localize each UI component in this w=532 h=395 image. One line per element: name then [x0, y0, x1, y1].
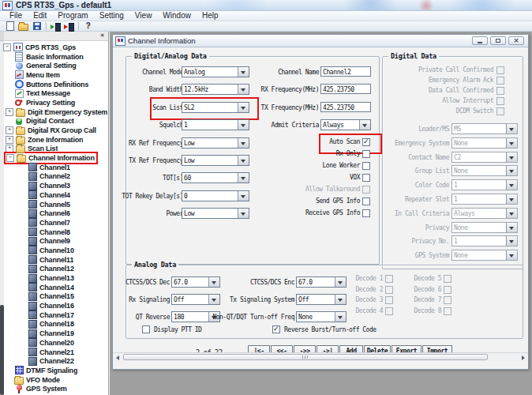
tree-item-cps-rt3s-gps[interactable]: −CPS RT3S_Gps [1, 43, 107, 52]
toolbar-write-to-radio-button[interactable] [62, 21, 76, 31]
close-button[interactable]: × [508, 36, 524, 45]
tot-rekey-delay-s-combo[interactable]: 0 [182, 190, 249, 201]
toolbar-read-from-radio-button[interactable] [49, 21, 62, 31]
tree-item-menu-item[interactable]: Menu Item [1, 70, 107, 80]
tree-item-channel4[interactable]: Channel4 [1, 190, 107, 200]
tree-item-channel10[interactable]: Channel10 [1, 246, 107, 255]
admit-criteria-combo[interactable]: Always [320, 119, 371, 130]
restore-button[interactable] [490, 36, 506, 45]
scroll-left-arrow-icon[interactable] [114, 354, 122, 361]
tree-item-channel18[interactable]: Channel18 [1, 320, 107, 329]
menu-help[interactable]: Help [197, 11, 224, 21]
tx-ref-frequency-combo[interactable]: Low [182, 155, 249, 166]
chevron-down-icon[interactable] [238, 173, 249, 182]
tree-item-channel20[interactable]: Channel20 [1, 338, 107, 348]
tx-frequency-mhz-field[interactable]: 425.23750 [320, 102, 371, 112]
chevron-down-icon[interactable] [208, 277, 219, 287]
auto-scan-checkbox[interactable] [362, 138, 370, 146]
menu-program[interactable]: Program [52, 11, 93, 21]
rx-only-checkbox[interactable] [362, 150, 370, 158]
tree-item-basic-information[interactable]: Basic Information [1, 52, 107, 62]
toolbar-open-file-button[interactable] [17, 21, 30, 31]
tree-item-channel15[interactable]: Channel15 [1, 292, 107, 302]
receive-gps-info-checkbox[interactable] [362, 209, 370, 217]
tree-item-channel12[interactable]: Channel12 [1, 265, 107, 274]
tree-item-general-setting[interactable]: General Setting [1, 61, 107, 70]
tree-item-channel16[interactable]: Channel16 [1, 301, 107, 310]
tree-item-text-message[interactable]: Text Message [1, 88, 107, 98]
tree-item-buttons-definitions[interactable]: Buttons Definitions [1, 80, 107, 89]
chevron-down-icon[interactable] [208, 295, 219, 304]
tree-item-channel6[interactable]: Channel6 [1, 209, 107, 218]
toolbar-new-file-button[interactable] [3, 21, 17, 31]
menu-view[interactable]: View [129, 11, 158, 21]
chevron-down-icon[interactable] [335, 312, 346, 322]
tree-item-channel22[interactable]: Channel22 [1, 356, 107, 366]
tree-item-channel9[interactable]: Channel9 [1, 236, 107, 246]
toolbar-save-file-button[interactable] [30, 21, 43, 31]
squelch-combo[interactable]: 1 [182, 119, 249, 130]
rx-signaling-combo[interactable]: Off [171, 294, 220, 305]
collapse-icon[interactable]: − [6, 154, 14, 162]
scrollbar-thumb[interactable] [123, 354, 488, 360]
toolbar-help-button[interactable] [81, 21, 95, 31]
tree-item-channel-information[interactable]: −Channel Information [1, 153, 107, 163]
tree-item-channel17[interactable]: Channel17 [1, 310, 107, 320]
channel-name-field[interactable]: Channel2 [320, 66, 371, 77]
tree-item-digital-contact[interactable]: Digital Contact [1, 117, 107, 126]
ctcss-dcs-enc-combo[interactable]: 67.0 [296, 276, 347, 288]
rx-ref-frequency-combo[interactable]: Low [182, 137, 249, 149]
scroll-right-arrow-icon[interactable] [519, 354, 527, 361]
chevron-down-icon[interactable] [238, 85, 249, 94]
ctcss-dcs-dec-combo[interactable]: 67.0 [171, 276, 220, 288]
chevron-down-icon[interactable] [238, 209, 249, 218]
chevron-down-icon[interactable] [238, 103, 249, 112]
chevron-down-icon[interactable] [238, 156, 249, 165]
tree-item-vfo-mode[interactable]: VFO Mode [1, 375, 107, 385]
rx-frequency-mhz-field[interactable]: 425.23750 [320, 84, 371, 94]
expand-icon[interactable]: + [6, 108, 13, 116]
tx-signaling-system-combo[interactable]: Off [296, 294, 347, 305]
tree-item-channel8[interactable]: Channel8 [1, 228, 107, 237]
tree-item-dtmf-signaling[interactable]: DTMF Signaling [1, 366, 107, 375]
scan-list-combo[interactable]: SL2 [182, 102, 249, 113]
menu-window[interactable]: Window [157, 11, 197, 21]
band-width-combo[interactable]: 12.5kHz [182, 84, 249, 95]
tree-item-channel11[interactable]: Channel11 [1, 255, 107, 265]
menu-file[interactable]: File [4, 11, 28, 21]
chevron-down-icon[interactable] [335, 295, 346, 304]
tree-item-channel14[interactable]: Channel14 [1, 283, 107, 292]
sidebar-close-icon[interactable]: × [99, 32, 106, 39]
chevron-down-icon[interactable] [238, 120, 249, 130]
chevron-down-icon[interactable] [359, 120, 370, 130]
tree-item-channel2[interactable]: Channel2 [1, 172, 107, 182]
non-qt-dqt-turn-off-freq-combo[interactable]: None [296, 311, 347, 322]
chevron-down-icon[interactable] [238, 67, 249, 77]
expand-icon[interactable]: + [6, 136, 13, 144]
tree-item-channel19[interactable]: Channel19 [1, 329, 107, 338]
collapse-icon[interactable]: − [3, 43, 11, 51]
sidebar-scrollbar-thumb[interactable] [0, 305, 4, 395]
tree-item-channel3[interactable]: Channel3 [1, 181, 107, 190]
chevron-down-icon[interactable] [238, 138, 249, 148]
expand-icon[interactable]: + [6, 126, 13, 134]
tot-s-combo[interactable]: 60 [182, 172, 249, 183]
menu-edit[interactable]: Edit [28, 11, 52, 21]
tree-item-privacy-setting[interactable]: Privacy Setting [1, 98, 107, 107]
tree-item-channel7[interactable]: Channel7 [1, 218, 107, 228]
send-gps-info-checkbox[interactable] [362, 198, 370, 205]
minimize-button[interactable] [472, 36, 488, 45]
reverse-burst-turn-off-code-checkbox[interactable] [272, 325, 280, 333]
chevron-down-icon[interactable] [238, 191, 249, 201]
tree-item-channel5[interactable]: Channel5 [1, 200, 107, 209]
tree-item-digit-emergency-system[interactable]: +Digit Emergency System [1, 107, 107, 117]
vox-checkbox[interactable] [362, 174, 370, 182]
display-ptt-id-checkbox[interactable] [142, 325, 150, 333]
power-combo[interactable]: Low [182, 208, 249, 219]
tree-item-zone-information[interactable]: +Zone Information [1, 135, 107, 145]
tree-item-channel21[interactable]: Channel21 [1, 348, 107, 357]
tree-item-digital-rx-group-call[interactable]: +Digital RX Group Call [1, 126, 107, 135]
chevron-down-icon[interactable] [335, 277, 346, 287]
tree-item-channel13[interactable]: Channel13 [1, 273, 107, 283]
channel-mode-combo[interactable]: Analog [182, 66, 249, 77]
